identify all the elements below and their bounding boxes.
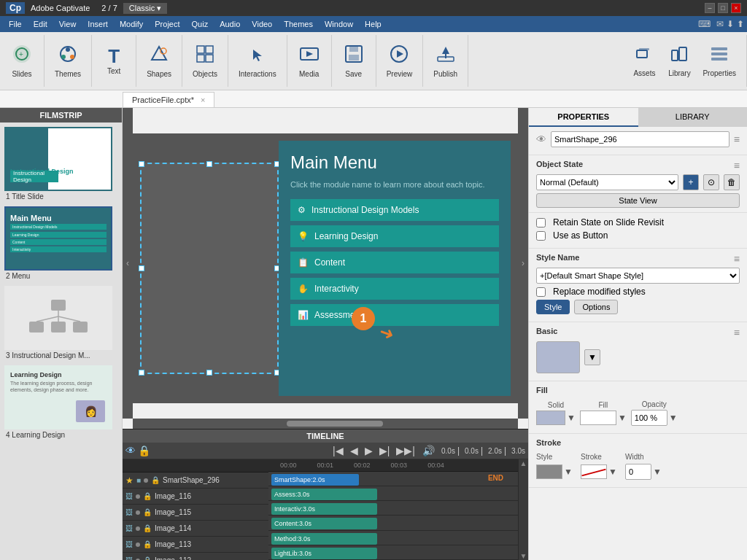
menu-quiz[interactable]: Quiz: [186, 18, 214, 30]
menu-item-2[interactable]: 📋 Content: [290, 252, 499, 273]
lock-icon[interactable]: 🔒: [138, 445, 150, 456]
object-name-input[interactable]: [551, 131, 729, 147]
media-button[interactable]: Media: [293, 41, 325, 81]
menu-audio[interactable]: Audio: [214, 18, 246, 30]
menu-item-1[interactable]: 💡 Learning Design: [290, 225, 499, 247]
opacity-dropdown[interactable]: ▼: [669, 413, 678, 423]
file-tab-close[interactable]: ×: [201, 96, 205, 104]
text-button[interactable]: T Text: [98, 44, 130, 78]
track-bar-0[interactable]: SmartShape:2.0s: [271, 474, 359, 486]
use-as-button-checkbox[interactable]: [536, 231, 546, 241]
menu-themes[interactable]: Themes: [278, 18, 319, 30]
track-bar-4[interactable]: Method:3.0s: [271, 533, 377, 545]
eye-toggle[interactable]: 👁: [536, 133, 546, 145]
slides-button[interactable]: + Slides: [6, 41, 38, 81]
next-frame-button[interactable]: ▶|: [377, 444, 392, 457]
fill-color-swatch[interactable]: [536, 411, 565, 425]
retain-state-checkbox[interactable]: [536, 218, 546, 228]
prev-frame-button[interactable]: ◀: [348, 444, 360, 457]
scroll-right-button[interactable]: ›: [518, 108, 528, 419]
copy-state-button[interactable]: ⊙: [703, 174, 719, 190]
minimize-button[interactable]: –: [705, 3, 715, 13]
slide-thumb-4[interactable]: Learning Design The learning design proc…: [4, 365, 117, 439]
state-view-button[interactable]: State View: [536, 193, 740, 208]
style-menu-icon[interactable]: ≡: [734, 253, 740, 265]
menu-view[interactable]: View: [53, 18, 82, 30]
interactions-button[interactable]: Interactions: [234, 41, 281, 81]
stroke-width-input[interactable]: [625, 464, 651, 480]
handle-tl[interactable]: [139, 161, 144, 167]
end-frame-button[interactable]: ▶▶|: [394, 444, 417, 457]
slide-thumb-3[interactable]: 3 Instructional Design M...: [4, 286, 117, 359]
menu-help[interactable]: Help: [359, 18, 387, 30]
maximize-button[interactable]: □: [718, 3, 728, 13]
state-menu-icon[interactable]: ≡: [734, 160, 740, 171]
stroke-style-swatch[interactable]: [536, 464, 562, 479]
themes-button[interactable]: Themes: [50, 41, 85, 81]
track-vis-0[interactable]: [144, 478, 148, 483]
track-lock-2[interactable]: 🔒: [143, 508, 152, 516]
menu-item-3[interactable]: ✋ Interactivity: [290, 278, 499, 300]
scrollbar-thumb[interactable]: [287, 421, 383, 427]
play-button[interactable]: ▶: [363, 444, 375, 457]
delete-state-button[interactable]: 🗑: [724, 174, 740, 190]
track-bar-3[interactable]: Content:3.0s: [271, 518, 377, 529]
opacity-input[interactable]: [631, 410, 667, 426]
horizontal-scrollbar[interactable]: [133, 419, 518, 429]
publish-button[interactable]: Publish: [429, 41, 462, 81]
props-menu-icon[interactable]: ≡: [734, 133, 740, 145]
objects-button[interactable]: Objects: [188, 41, 222, 81]
menu-item-4[interactable]: 📊 Assessments: [290, 304, 499, 326]
track-bar-5[interactable]: LightLib:3.0s: [271, 548, 377, 559]
color-swatch-preview[interactable]: [536, 341, 580, 373]
track-lock-0[interactable]: 🔒: [151, 476, 160, 484]
eye-icon[interactable]: 👁: [125, 445, 136, 456]
track-vis-4[interactable]: [136, 542, 140, 547]
stroke-stroke-dropdown[interactable]: ▼: [608, 467, 617, 477]
handle-bl[interactable]: [139, 370, 144, 376]
fill-dropdown[interactable]: ▼: [567, 413, 576, 423]
menu-video[interactable]: Video: [246, 18, 278, 30]
close-button[interactable]: ×: [731, 3, 741, 13]
menu-project[interactable]: Project: [149, 18, 185, 30]
color-dropdown-button[interactable]: ▼: [584, 349, 600, 365]
save-button[interactable]: Save: [338, 41, 370, 81]
track-lock-3[interactable]: 🔒: [143, 524, 152, 532]
assets-button[interactable]: Assets: [628, 42, 660, 80]
fill-fill-swatch[interactable]: [580, 411, 616, 425]
stroke-width-dropdown[interactable]: ▼: [653, 467, 662, 477]
audio-icon[interactable]: 🔊: [422, 445, 435, 456]
track-bar-2[interactable]: Interactiv:3.0s: [271, 503, 377, 515]
style-btn[interactable]: Style: [536, 300, 570, 314]
first-frame-button[interactable]: |◀: [330, 444, 346, 457]
shapes-button[interactable]: Shapes: [142, 41, 176, 81]
handle-tm[interactable]: [206, 161, 212, 167]
stroke-style-dropdown[interactable]: ▼: [564, 467, 573, 477]
track-lock-5[interactable]: 🔒: [143, 556, 152, 560]
options-btn[interactable]: Options: [574, 300, 618, 314]
track-vis-1[interactable]: [136, 494, 140, 499]
track-bar-1[interactable]: Assess:3.0s: [271, 489, 377, 500]
add-state-button[interactable]: +: [683, 174, 699, 190]
slide-thumb-1[interactable]: Instructional Design Instructional Desig…: [4, 127, 117, 201]
menu-edit[interactable]: Edit: [28, 18, 53, 30]
handle-bm[interactable]: [206, 370, 212, 376]
basic-menu-icon[interactable]: ≡: [734, 327, 740, 338]
stroke-stroke-swatch[interactable]: [581, 464, 607, 479]
fill-dropdown-2[interactable]: ▼: [618, 413, 627, 423]
canvas-scroll[interactable]: ‹ › Main Menu Click the m: [123, 108, 528, 429]
menu-file[interactable]: File: [3, 18, 28, 30]
tab-properties[interactable]: PROPERTIES: [529, 108, 638, 127]
preview-button[interactable]: Preview: [382, 41, 417, 81]
track-lock-4[interactable]: 🔒: [143, 540, 152, 548]
tab-library[interactable]: LIBRARY: [638, 108, 748, 127]
state-select[interactable]: Normal (Default): [536, 174, 678, 190]
properties-btn[interactable]: Properties: [698, 42, 740, 80]
menu-window[interactable]: Window: [319, 18, 359, 30]
handle-ml[interactable]: [139, 265, 144, 271]
replace-modified-checkbox[interactable]: [536, 287, 546, 297]
track-vis-2[interactable]: [136, 510, 140, 515]
menu-item-0[interactable]: ⚙ Instructional Design Models: [290, 199, 499, 221]
file-tab[interactable]: PracticeFile.cptx* ×: [123, 92, 214, 107]
mode-indicator[interactable]: Classic ▾: [123, 3, 168, 14]
